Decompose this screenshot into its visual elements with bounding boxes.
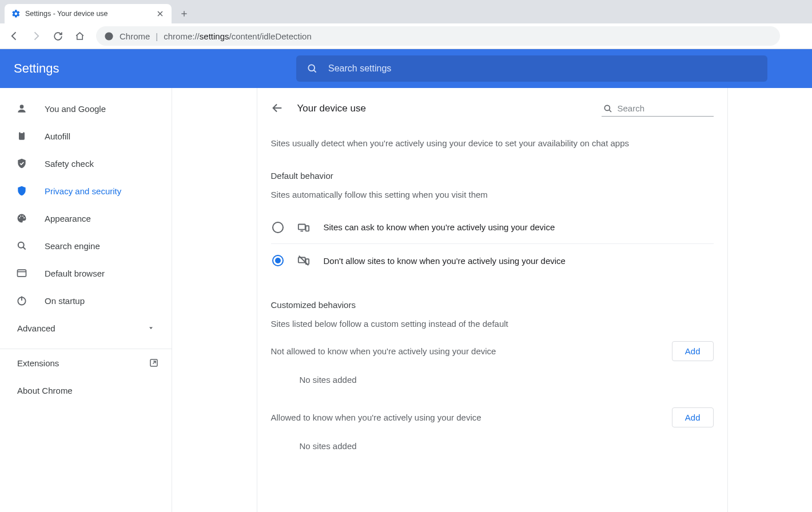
clipboard-icon — [16, 130, 27, 142]
allowed-label: Allowed to know when you're actively usi… — [271, 413, 481, 422]
devices-blocked-icon — [297, 254, 310, 267]
about-label: About Chrome — [17, 386, 73, 395]
sidebar-item-label: On startup — [45, 296, 85, 306]
customized-behaviors-subtitle: Sites listed below follow a custom setti… — [271, 319, 714, 329]
svg-point-4 — [105, 32, 113, 40]
svg-rect-8 — [19, 132, 25, 139]
sidebar-item-search-engine[interactable]: Search engine — [0, 232, 172, 259]
search-icon — [307, 63, 318, 74]
omnibox[interactable]: Chrome | chrome://settings/content/idleD… — [96, 26, 780, 46]
gear-icon — [11, 9, 21, 18]
not-allowed-empty: No sites added — [271, 361, 714, 395]
omnibox-url: chrome://settings/content/idleDetection — [164, 31, 312, 41]
settings-title: Settings — [14, 61, 296, 76]
omnibox-separator: | — [156, 31, 158, 41]
extensions-label: Extensions — [17, 358, 59, 368]
panel-search-input[interactable] — [618, 103, 713, 113]
svg-line-6 — [314, 70, 316, 73]
settings-header: Settings — [0, 49, 812, 88]
sidebar-item-label: Autofill — [45, 131, 70, 141]
svg-point-7 — [20, 105, 24, 109]
svg-point-10 — [19, 217, 20, 218]
home-button[interactable] — [70, 26, 89, 46]
forward-button[interactable] — [26, 26, 46, 46]
external-link-icon — [149, 358, 159, 368]
chevron-down-icon — [148, 325, 154, 331]
svg-point-11 — [20, 215, 21, 217]
sidebar-advanced[interactable]: Advanced — [0, 314, 172, 342]
allowed-empty: No sites added — [271, 427, 714, 461]
tab-strip: Settings - Your device use — [0, 0, 812, 23]
sidebar-item-label: Appearance — [45, 214, 91, 223]
default-behavior-title: Default behavior — [271, 171, 714, 181]
add-not-allowed-button[interactable]: Add — [672, 341, 714, 361]
svg-line-24 — [609, 110, 611, 112]
radio-button-selected[interactable] — [272, 255, 284, 266]
svg-point-14 — [18, 242, 24, 248]
sidebar-item-label: Safety check — [45, 159, 94, 169]
settings-panel: Your device use Sites usually detect whe… — [257, 88, 728, 512]
svg-line-15 — [23, 247, 26, 250]
svg-marker-20 — [149, 327, 153, 330]
panel-search-box[interactable] — [602, 101, 714, 117]
svg-rect-27 — [305, 226, 309, 231]
sidebar-item-privacy-security[interactable]: Privacy and security — [0, 177, 172, 205]
sidebar-item-extensions[interactable]: Extensions — [0, 349, 172, 377]
power-icon — [16, 295, 27, 306]
svg-rect-9 — [21, 131, 23, 133]
search-settings-input[interactable] — [328, 63, 757, 74]
panel-description: Sites usually detect when you're activel… — [271, 138, 714, 148]
sidebar-item-on-startup[interactable]: On startup — [0, 287, 172, 314]
svg-point-13 — [23, 217, 25, 218]
close-icon[interactable] — [156, 9, 165, 18]
settings-sidebar: You and Google Autofill Safety check Pri… — [0, 88, 172, 512]
radio-option-allow[interactable]: Sites can ask to know when you're active… — [271, 211, 714, 244]
browser-tab[interactable]: Settings - Your device use — [5, 4, 172, 23]
add-allowed-button[interactable]: Add — [672, 407, 714, 427]
omnibox-label: Chrome — [120, 31, 150, 41]
site-info-icon[interactable] — [104, 31, 114, 41]
radio-option-block[interactable]: Don't allow sites to know when you're ac… — [271, 244, 714, 277]
devices-icon — [297, 221, 310, 234]
panel-title: Your device use — [297, 103, 366, 114]
browser-icon — [16, 267, 27, 279]
palette-icon — [16, 213, 27, 224]
browser-toolbar: Chrome | chrome://settings/content/idleD… — [0, 23, 812, 49]
default-behavior-subtitle: Sites automatically follow this setting … — [271, 190, 714, 199]
sidebar-item-about[interactable]: About Chrome — [0, 377, 172, 404]
panel-back-button[interactable] — [271, 102, 285, 115]
shield-check-icon — [16, 158, 27, 169]
back-button[interactable] — [5, 26, 24, 46]
new-tab-button[interactable] — [176, 6, 192, 22]
search-icon — [603, 103, 613, 114]
sidebar-item-safety-check[interactable]: Safety check — [0, 150, 172, 177]
svg-point-5 — [308, 65, 315, 71]
svg-point-23 — [604, 105, 610, 110]
person-icon — [16, 103, 27, 114]
sidebar-item-label: Search engine — [45, 241, 100, 251]
sidebar-item-label: Default browser — [45, 269, 105, 278]
radio-button[interactable] — [272, 222, 284, 233]
search-settings-box[interactable] — [296, 55, 767, 82]
customized-behaviors-title: Customized behaviors — [271, 300, 714, 310]
sidebar-item-you-and-google[interactable]: You and Google — [0, 95, 172, 122]
sidebar-item-appearance[interactable]: Appearance — [0, 205, 172, 232]
shield-icon — [16, 185, 27, 197]
reload-button[interactable] — [48, 26, 67, 46]
sidebar-item-default-browser[interactable]: Default browser — [0, 259, 172, 287]
svg-rect-16 — [18, 270, 26, 277]
radio-label: Sites can ask to know when you're active… — [324, 222, 555, 232]
sidebar-item-label: You and Google — [45, 104, 106, 114]
sidebar-item-autofill[interactable]: Autofill — [0, 122, 172, 150]
radio-label: Don't allow sites to know when you're ac… — [324, 256, 566, 266]
tab-title: Settings - Your device use — [25, 10, 151, 18]
sidebar-item-label: Privacy and security — [45, 186, 121, 196]
advanced-label: Advanced — [17, 323, 55, 333]
svg-rect-25 — [298, 224, 305, 229]
not-allowed-label: Not allowed to know when you're actively… — [271, 346, 496, 356]
svg-point-12 — [22, 215, 23, 217]
search-icon — [16, 240, 27, 251]
